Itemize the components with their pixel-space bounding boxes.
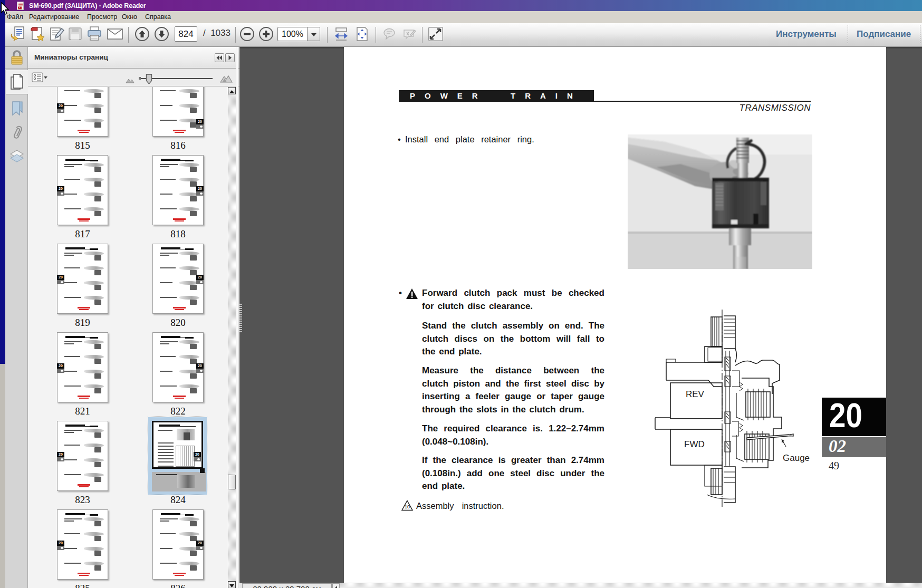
svg-text:10: 10: [405, 504, 410, 509]
